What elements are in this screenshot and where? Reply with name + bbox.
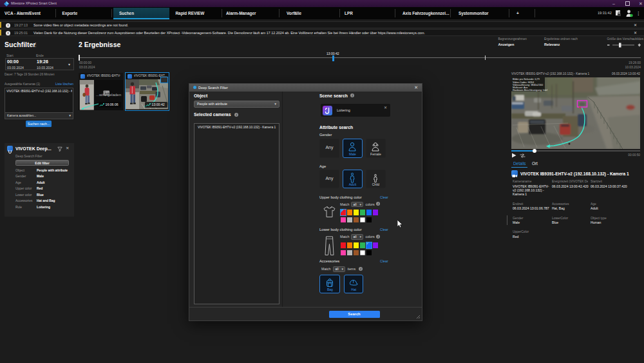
accessory-bag-button[interactable]: Bag <box>319 275 340 293</box>
resize-grip[interactable] <box>416 315 421 319</box>
camera-list-item[interactable]: VIVOTEK IB9391-EHTV-v2 (192.168.10.132) … <box>6 90 72 93</box>
age-child-button[interactable]: Child <box>366 170 386 189</box>
results-timeline[interactable] <box>79 57 641 58</box>
lower-match-dropdown[interactable]: all ▾ <box>351 234 363 240</box>
maximize-button[interactable] <box>620 0 634 7</box>
object-dropdown[interactable]: People with attribute ▾ <box>194 101 279 108</box>
color-swatch-blue-selected[interactable]: ✓ <box>366 242 372 248</box>
gender-any-button[interactable]: Any <box>319 139 339 158</box>
age-adult-button[interactable]: Adult <box>343 170 363 189</box>
camera-select-dropdown[interactable]: Kamera auswählen... ▾ <box>5 112 73 119</box>
sort-by-value[interactable]: Relevanz <box>544 43 560 46</box>
minimize-button[interactable]: – <box>607 0 621 7</box>
info-icon: i <box>376 202 380 206</box>
color-swatch-purple[interactable] <box>373 242 378 248</box>
upper-match-dropdown[interactable]: all ▾ <box>351 202 363 208</box>
tab-add[interactable]: + <box>516 7 519 19</box>
search-for-button[interactable]: Suchen nach... <box>26 121 52 127</box>
tab-details[interactable]: Details <box>513 161 526 166</box>
tab-rapid-review[interactable]: Rapid REVIEW <box>176 7 205 19</box>
detail-field: Gender Male <box>513 217 549 225</box>
tab-systemmonitor[interactable]: Systemmonitor <box>459 7 489 19</box>
user-profile-icon[interactable] <box>625 9 633 17</box>
lock-display-icon[interactable] <box>614 9 622 17</box>
tab-lpr[interactable]: LPR <box>345 7 353 19</box>
dialog-titlebar[interactable]: Deep Search Filter ✕ <box>189 84 422 92</box>
color-swatch-pink[interactable] <box>341 217 346 223</box>
timeline-selected-marker[interactable] <box>332 55 334 61</box>
gender-male-button[interactable]: Male <box>343 139 363 158</box>
clock: 19:31:42 <box>598 7 612 19</box>
accessory-hat-button[interactable]: Hat <box>344 275 364 293</box>
motion-icon <box>146 102 151 108</box>
color-swatch-purple[interactable] <box>373 210 378 215</box>
details-scrollbar[interactable] <box>507 215 508 225</box>
gender-female-button[interactable]: Female <box>366 139 386 158</box>
color-swatch-black[interactable] <box>366 250 372 256</box>
color-swatch-gray[interactable] <box>347 217 352 223</box>
lower-clear-link[interactable]: Clear <box>380 228 388 231</box>
upper-color-label: Upper body clothing color <box>319 195 362 199</box>
search-filter-menu-icon[interactable]: ⋮ <box>33 42 38 48</box>
age-any-button[interactable]: Any <box>319 170 339 189</box>
color-swatch-green[interactable] <box>360 210 365 215</box>
tab-ort[interactable]: Ort <box>532 161 538 166</box>
accessories-match-dropdown[interactable]: all ▾ <box>333 266 345 272</box>
color-swatch-orange[interactable] <box>347 210 352 215</box>
play-button[interactable] <box>511 153 516 158</box>
lower-color-swatches: ✓ <box>341 242 386 257</box>
upper-clear-link[interactable]: Clear <box>380 195 388 199</box>
dialog-close-icon[interactable]: ✕ <box>414 84 418 92</box>
tab-vorfaelle[interactable]: Vorfälle <box>287 7 301 19</box>
accessories-match-unit: items <box>348 267 356 271</box>
color-swatch-orange[interactable] <box>347 242 352 248</box>
bounding-boxes-value[interactable]: Anzeigen <box>498 43 515 46</box>
preview-camera-title: VIVOTEK IB9391-EHTV-v2 (192.168.10.132) … <box>520 172 629 176</box>
tab-alarm-manager[interactable]: Alarm-Manager <box>226 7 256 19</box>
color-swatch-yellow[interactable] <box>354 242 359 248</box>
accessories-clear-link[interactable]: Clear <box>380 259 388 263</box>
timeline-result-tick[interactable] <box>485 55 486 60</box>
color-swatch-row <box>341 217 386 223</box>
color-swatch-red-selected[interactable]: ✓ <box>341 210 346 215</box>
scene-search-heading: Scene search <box>319 93 348 98</box>
color-swatch-yellow[interactable] <box>354 210 359 215</box>
color-swatch-brown[interactable] <box>354 250 359 256</box>
chip-remove-icon[interactable]: ✕ <box>384 105 387 110</box>
dialog-camera-item[interactable]: VIVOTEK IB9391-EHTV-v2 (192.168.10.132) … <box>198 126 276 129</box>
color-swatch-gray[interactable] <box>347 250 352 256</box>
notification-time: 19:25:01 <box>14 30 28 37</box>
tab-suchen[interactable]: Suchen <box>119 7 134 19</box>
thumbnail-size-slider[interactable] <box>607 43 642 48</box>
card-overlay-square[interactable] <box>160 77 168 83</box>
gender-options: Any Male Female <box>319 139 386 158</box>
color-swatch-green[interactable] <box>360 242 365 248</box>
tab-separator <box>535 9 535 17</box>
color-swatch-white[interactable] <box>360 250 365 256</box>
clear-list-link[interactable]: Liste löschen <box>55 83 73 86</box>
menu-dots-icon[interactable]: ⋮ <box>636 7 640 19</box>
notification-close-icon[interactable]: ✕ <box>634 30 637 37</box>
edit-filter-button[interactable]: Edit filter <box>15 160 69 166</box>
playback-progress-knob[interactable] <box>533 149 536 153</box>
color-swatch-pink[interactable] <box>341 250 346 256</box>
motion-search-icon[interactable] <box>520 153 526 158</box>
tab-vca-alarm-event[interactable]: VCA - Alarm/Event <box>5 7 41 19</box>
color-swatch-brown[interactable] <box>354 217 359 223</box>
notification-close-icon[interactable]: ✕ <box>634 22 637 30</box>
color-swatch-black[interactable] <box>366 217 372 223</box>
lower-color-label: Lower body clothing color <box>319 228 362 231</box>
dialog-search-button[interactable]: Search <box>329 311 380 318</box>
preview-video[interactable]: Bilder pro Sekunde: 0,79 Video-Codec: H2… <box>511 77 640 149</box>
color-swatch-white[interactable] <box>360 217 365 223</box>
dialog-camera-list: VIVOTEK IB9391-EHTV-v2 (192.168.10.132) … <box>194 123 279 304</box>
tab-exporte[interactable]: Exporte <box>62 7 78 19</box>
playback-progress-track[interactable] <box>511 150 640 152</box>
filter-icon[interactable] <box>57 146 62 152</box>
color-swatch-red[interactable] <box>341 242 346 248</box>
tab-axis-fahrzeugkennzeichen[interactable]: Axis Fahrzeugkennzei... <box>402 7 449 19</box>
notification-severity-stripe <box>0 22 1 28</box>
color-swatch-blue[interactable] <box>366 210 372 215</box>
close-button[interactable]: ✕ <box>634 0 644 7</box>
close-icon[interactable]: ✕ <box>66 146 69 151</box>
